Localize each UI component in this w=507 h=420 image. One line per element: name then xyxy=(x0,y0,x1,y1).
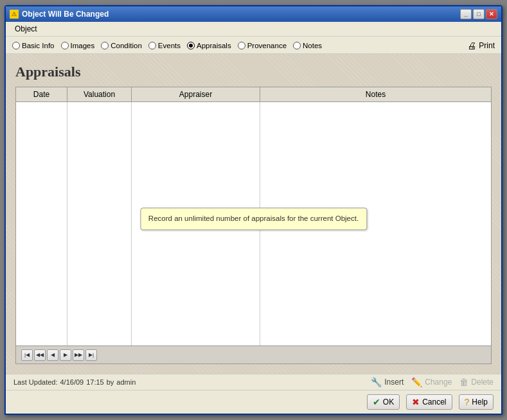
title-controls: _ □ ✕ xyxy=(460,9,497,19)
window-icon: ⚠ xyxy=(10,10,19,19)
help-label: Help xyxy=(472,398,488,407)
tab-notes-radio xyxy=(293,42,301,49)
close-button[interactable]: ✕ xyxy=(486,9,497,19)
change-label: Change xyxy=(425,378,452,387)
tab-basic-info[interactable]: Basic Info xyxy=(12,42,55,52)
tab-events[interactable]: Events xyxy=(148,42,181,52)
ok-icon: ✔ xyxy=(373,397,380,407)
col-valuation: Valuation xyxy=(67,87,132,101)
bottom-buttons: ✔ OK ✖ Cancel ? Help xyxy=(367,394,494,410)
insert-label: Insert xyxy=(384,378,404,387)
tab-condition[interactable]: Condition xyxy=(101,42,142,52)
menu-bar: Object xyxy=(6,22,501,37)
delete-icon: 🗑 xyxy=(459,377,468,387)
title-bar-left: ⚠ Object Will Be Changed xyxy=(10,10,109,19)
col-date: Date xyxy=(16,87,67,101)
menu-object[interactable]: Object xyxy=(11,23,41,35)
nav-next-next-button[interactable]: ▶▶ xyxy=(73,349,84,361)
cancel-button[interactable]: ✖ Cancel xyxy=(406,394,452,410)
tab-provenance-label: Provenance xyxy=(247,42,287,49)
tab-condition-label: Condition xyxy=(111,42,142,49)
print-button[interactable]: 🖨 Print xyxy=(467,40,495,53)
nav-prev-button[interactable]: ◀ xyxy=(47,349,58,361)
status-info: Last Updated: 4/16/09 17:15 by admin xyxy=(13,378,136,386)
main-window: ⚠ Object Will Be Changed _ □ ✕ Object Ba… xyxy=(4,5,503,415)
delete-label: Delete xyxy=(471,378,494,387)
content-area: Appraisals Date Valuation Appraiser Note… xyxy=(6,54,501,374)
tab-images-radio xyxy=(61,42,69,49)
status-bar: Last Updated: 4/16/09 17:15 by admin 🔧 I… xyxy=(6,374,501,390)
maximize-button[interactable]: □ xyxy=(473,9,485,19)
tab-notes-label: Notes xyxy=(303,42,322,49)
status-date: 4/16/09 xyxy=(60,378,84,386)
delete-button[interactable]: 🗑 Delete xyxy=(459,377,494,387)
tab-events-label: Events xyxy=(158,42,181,49)
help-icon: ? xyxy=(465,397,470,407)
insert-icon: 🔧 xyxy=(371,377,382,387)
status-by-label: by xyxy=(107,378,114,386)
print-label: Print xyxy=(479,41,495,50)
tabs-list: Basic Info Images Condition Events Appra… xyxy=(12,42,322,52)
tab-appraisals-radio xyxy=(187,42,195,49)
nav-last-button[interactable]: ▶| xyxy=(85,349,97,361)
tab-provenance-radio xyxy=(238,42,245,49)
col-appraiser: Appraiser xyxy=(132,87,260,101)
ok-label: OK xyxy=(383,398,394,407)
window-title: Object Will Be Changed xyxy=(22,10,109,19)
tab-appraisals-label: Appraisals xyxy=(197,42,231,49)
tab-appraisals[interactable]: Appraisals xyxy=(187,42,231,52)
tab-condition-radio xyxy=(101,42,109,49)
tab-basic-info-label: Basic Info xyxy=(22,42,55,49)
tab-events-radio xyxy=(148,42,156,49)
appraisals-table: Date Valuation Appraiser Notes Record an… xyxy=(15,87,492,364)
nav-first-button[interactable]: |◀ xyxy=(21,349,33,361)
bottom-bar: ✔ OK ✖ Cancel ? Help xyxy=(6,390,501,414)
tab-basic-info-radio xyxy=(12,42,20,49)
col-valuation-body xyxy=(67,102,132,346)
change-icon: ✏️ xyxy=(411,377,422,387)
nav-bar: |◀ ◀◀ ◀ ▶ ▶▶ ▶| xyxy=(16,346,491,363)
tab-provenance[interactable]: Provenance xyxy=(238,42,287,52)
cancel-icon: ✖ xyxy=(412,397,420,407)
ok-button[interactable]: ✔ OK xyxy=(367,394,400,410)
section-title: Appraisals xyxy=(15,64,492,80)
print-icon: 🖨 xyxy=(467,40,476,51)
change-button[interactable]: ✏️ Change xyxy=(411,377,452,387)
tab-images-label: Images xyxy=(71,42,95,49)
status-user: admin xyxy=(116,378,136,386)
insert-button[interactable]: 🔧 Insert xyxy=(371,377,404,387)
minimize-button[interactable]: _ xyxy=(460,9,472,19)
nav-next-button[interactable]: ▶ xyxy=(60,349,71,361)
title-bar: ⚠ Object Will Be Changed _ □ ✕ xyxy=(6,6,501,22)
tab-notes[interactable]: Notes xyxy=(293,42,322,52)
cancel-label: Cancel xyxy=(422,398,446,407)
nav-prev-prev-button[interactable]: ◀◀ xyxy=(34,349,46,361)
table-body: Record an unlimited number of appraisals… xyxy=(16,102,491,346)
col-date-body xyxy=(16,102,67,346)
last-updated-label: Last Updated: xyxy=(13,378,58,386)
tooltip: Record an unlimited number of appraisals… xyxy=(140,207,367,230)
action-buttons: 🔧 Insert ✏️ Change 🗑 Delete xyxy=(371,377,494,387)
status-time: 17:15 xyxy=(86,378,104,386)
table-header: Date Valuation Appraiser Notes xyxy=(16,87,491,102)
col-notes: Notes xyxy=(260,87,491,101)
tab-images[interactable]: Images xyxy=(61,42,95,52)
tabs-bar: Basic Info Images Condition Events Appra… xyxy=(6,37,501,54)
help-button[interactable]: ? Help xyxy=(459,394,494,410)
